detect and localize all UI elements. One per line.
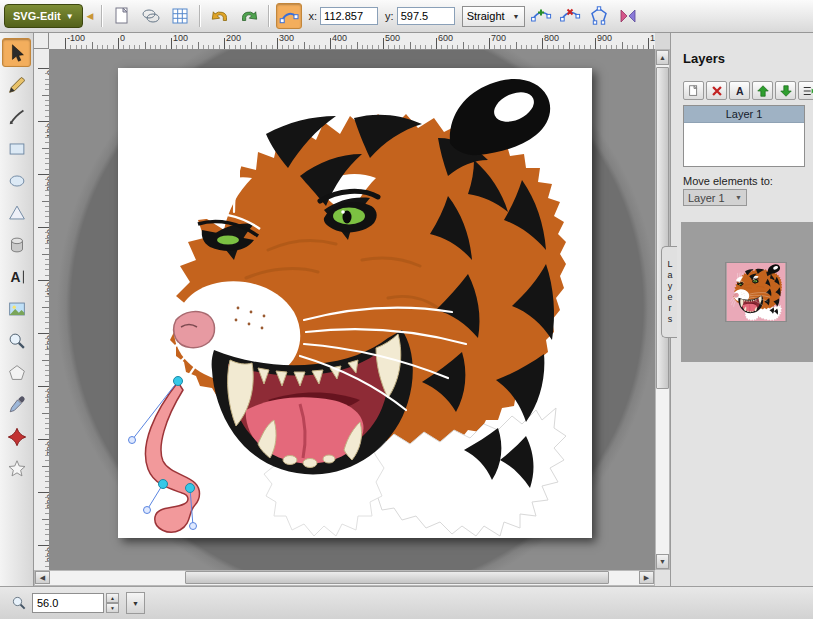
- svg-text:A: A: [736, 84, 744, 96]
- tool-pencil[interactable]: [2, 70, 31, 99]
- undo-button[interactable]: [207, 3, 233, 29]
- tool-star[interactable]: [2, 454, 31, 483]
- top-toolbar: SVG-Edit ▼ ◀ x: y: Straight ▼: [0, 0, 813, 33]
- layer-row-active[interactable]: Layer 1: [684, 106, 804, 123]
- zoom-decrease-button[interactable]: ▼: [106, 603, 119, 613]
- horizontal-scrollbar[interactable]: ◀ ▶: [34, 570, 655, 586]
- tool-polygon[interactable]: [2, 198, 31, 227]
- zoom-icon: [6, 330, 28, 352]
- wireframe-button[interactable]: [138, 3, 164, 29]
- link-control-points-icon: [277, 4, 301, 28]
- redo-button[interactable]: [236, 3, 262, 29]
- raise-layer-button[interactable]: [752, 81, 773, 100]
- zoom-increase-button[interactable]: ▲: [106, 593, 119, 603]
- y-coordinate-input[interactable]: [397, 7, 455, 25]
- zoom-spinner[interactable]: ▲ ▼: [106, 593, 119, 613]
- zoom-preset-dropdown[interactable]: ▼: [126, 592, 145, 614]
- path-node[interactable]: [174, 377, 183, 386]
- add-subpath-button[interactable]: [615, 3, 641, 29]
- text-icon: A: [6, 266, 28, 288]
- lower-layer-button[interactable]: [775, 81, 796, 100]
- wireframe-icon: [139, 4, 163, 28]
- tool-line[interactable]: [2, 102, 31, 131]
- toolbar-separator: [101, 5, 103, 27]
- svg-edit-menu-button[interactable]: SVG-Edit ▼: [4, 4, 83, 28]
- layer-toolbar: A: [683, 81, 813, 100]
- delete-node-button[interactable]: [557, 3, 583, 29]
- x-coordinate-label: x:: [309, 10, 318, 22]
- grid-icon: [168, 4, 192, 28]
- polygon-icon: [6, 202, 28, 224]
- delete-layer-icon: [710, 84, 724, 98]
- tool-image[interactable]: [2, 294, 31, 323]
- segment-type-select[interactable]: Straight ▼: [462, 6, 525, 27]
- lower-layer-icon: [779, 84, 793, 98]
- segment-type-value: Straight: [467, 10, 505, 22]
- new-layer-button[interactable]: [683, 81, 704, 100]
- path-edit-overlay[interactable]: [49, 49, 655, 570]
- tool-zoom[interactable]: [2, 326, 31, 355]
- add-subpath-icon: [616, 4, 640, 28]
- scroll-up-button[interactable]: ▲: [656, 50, 669, 65]
- rectangle-icon: [6, 138, 28, 160]
- rename-layer-button[interactable]: A: [729, 81, 750, 100]
- open-subpath-icon: [587, 4, 611, 28]
- caret-left-icon: ◀: [40, 574, 45, 582]
- vertical-scroll-thumb[interactable]: [656, 67, 669, 389]
- tool-select[interactable]: [2, 38, 31, 67]
- tool-eyedropper[interactable]: [2, 390, 31, 419]
- tool-shape-3d[interactable]: [2, 230, 31, 259]
- layer-list[interactable]: Layer 1: [683, 105, 805, 167]
- control-point[interactable]: [129, 437, 136, 444]
- caret-down-icon: ▼: [659, 558, 666, 565]
- delete-node-icon: [558, 4, 582, 28]
- control-point[interactable]: [190, 523, 197, 530]
- document-button[interactable]: [109, 3, 135, 29]
- svg-text:A: A: [10, 269, 20, 284]
- svg-edit-logo-label: SVG-Edit: [13, 10, 61, 22]
- scroll-down-button[interactable]: ▼: [656, 554, 669, 569]
- insert-node-button[interactable]: [528, 3, 554, 29]
- grid-button[interactable]: [167, 3, 193, 29]
- bottom-statusbar: ▲ ▼ ▼: [0, 586, 813, 619]
- tool-text[interactable]: A: [2, 262, 31, 291]
- eyedropper-icon: [6, 394, 28, 416]
- scroll-left-button[interactable]: ◀: [35, 571, 50, 584]
- canvas-viewport[interactable]: [49, 49, 655, 570]
- scroll-right-button[interactable]: ▶: [639, 571, 654, 584]
- path-node[interactable]: [159, 480, 168, 489]
- layers-tab-label: Layers: [665, 259, 674, 325]
- collapse-toolbar-icon[interactable]: ◀: [87, 11, 94, 21]
- move-elements-label: Move elements to:: [683, 175, 773, 187]
- caret-up-icon: ▲: [659, 54, 666, 61]
- layer-options-button[interactable]: [798, 81, 813, 100]
- tool-shape-library[interactable]: [2, 422, 31, 451]
- tool-rectangle[interactable]: [2, 134, 31, 163]
- rename-layer-icon: A: [733, 84, 747, 98]
- open-subpath-button[interactable]: [586, 3, 612, 29]
- pentagon-icon: [6, 362, 28, 384]
- control-point[interactable]: [144, 507, 151, 514]
- path-node[interactable]: [186, 484, 195, 493]
- horizontal-ruler: -10001002003004005006007008009001000: [49, 33, 655, 50]
- layers-panel-collapse-tab[interactable]: Layers: [661, 246, 677, 338]
- zoom-magnifier-icon: [10, 594, 28, 612]
- ruler-corner: [34, 33, 49, 49]
- ornate-diamond-icon: [6, 426, 28, 448]
- select-caret-icon: ▼: [513, 13, 520, 20]
- delete-layer-button[interactable]: [706, 81, 727, 100]
- cylinder-icon: [6, 234, 28, 256]
- horizontal-scroll-thumb[interactable]: [185, 571, 609, 584]
- layer-options-icon: [802, 84, 813, 98]
- tool-ellipse[interactable]: [2, 166, 31, 195]
- tool-pentagon[interactable]: [2, 358, 31, 387]
- link-control-points-toggle[interactable]: [276, 3, 302, 29]
- left-toolbar: A: [0, 33, 34, 586]
- zoom-level-input[interactable]: [32, 593, 104, 613]
- y-coordinate-label: y:: [385, 10, 394, 22]
- x-coordinate-input[interactable]: [320, 7, 378, 25]
- scrollbar-corner: [655, 570, 670, 586]
- star-icon: [6, 458, 28, 480]
- move-elements-select[interactable]: Layer 1 ▼: [683, 189, 747, 206]
- select-cursor-icon: [6, 42, 28, 64]
